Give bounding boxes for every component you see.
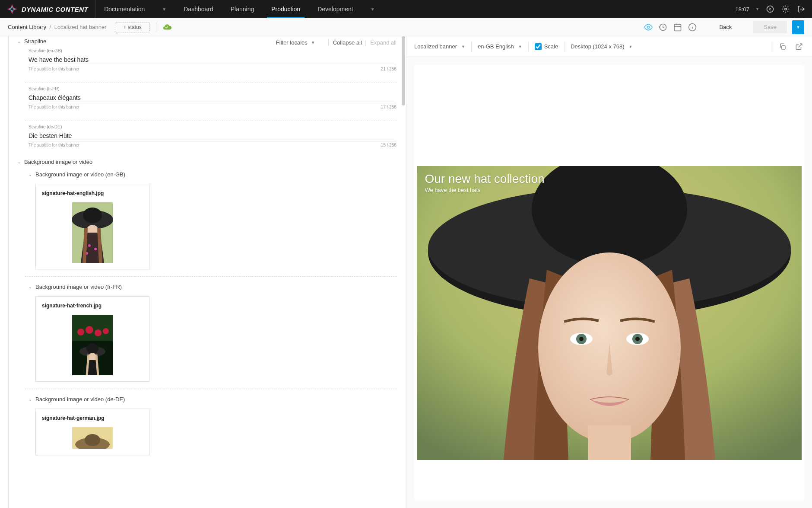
- banner-text-overlay: Our new hat collection We have the best …: [425, 172, 545, 193]
- strapline-input-en[interactable]: [29, 54, 396, 65]
- field-help: The subtitle for this banner: [29, 67, 79, 71]
- cloud-sync-icon[interactable]: [162, 22, 172, 32]
- copy-icon[interactable]: [777, 42, 788, 52]
- chevron-down-icon: ⌄: [17, 39, 21, 44]
- help-icon[interactable]: [765, 4, 775, 14]
- strapline-field-de: Strapline (de-DE) The subtitle for this …: [8, 125, 406, 155]
- chevron-down-icon[interactable]: ▼: [311, 40, 315, 45]
- media-card-fr[interactable]: signature-hat-french.jpg: [35, 296, 149, 382]
- locale-label: en-GB English: [478, 43, 514, 50]
- field-help: The subtitle for this banner: [29, 143, 79, 147]
- nav-documentation[interactable]: Documentation ▼: [95, 6, 175, 13]
- filter-locales-label[interactable]: Filter locales: [276, 39, 308, 46]
- chevron-down-icon: ⌄: [29, 397, 32, 402]
- nav-planning[interactable]: Planning: [222, 0, 263, 18]
- top-nav: DYNAMIC CONTENT Documentation ▼ Dashboar…: [0, 0, 812, 18]
- gear-icon[interactable]: [781, 4, 790, 14]
- clock: 18:07: [736, 6, 750, 13]
- divider: [564, 42, 565, 51]
- logout-icon[interactable]: [796, 4, 806, 14]
- subsection-bg-fr[interactable]: ⌄ Background image or video (fr-FR): [8, 280, 406, 294]
- media-thumbnail: [72, 202, 113, 263]
- dotted-separator: [25, 83, 396, 83]
- save-button[interactable]: Save: [753, 21, 787, 33]
- subsection-bg-de[interactable]: ⌄ Background image or video (de-DE): [8, 393, 406, 406]
- back-button[interactable]: Back: [709, 21, 742, 33]
- content-type-label: Localized banner: [414, 43, 457, 50]
- history-icon[interactable]: [658, 22, 668, 32]
- content-type-select[interactable]: Localized banner▼: [414, 43, 465, 50]
- divider: [328, 39, 329, 46]
- divider: [156, 22, 156, 32]
- scale-checkbox-input[interactable]: [535, 43, 542, 50]
- svg-point-16: [86, 326, 93, 334]
- chevron-down-icon: ⌄: [29, 284, 32, 289]
- media-card-en[interactable]: signature-hat-english.jpg: [35, 184, 149, 269]
- divider: [471, 42, 472, 51]
- editor-panel: ⌄ Strapline Filter locales ▼ Collapse al…: [0, 36, 406, 508]
- nav-production[interactable]: Production: [263, 0, 309, 18]
- chevron-down-icon: ▼: [629, 45, 633, 49]
- section-strapline[interactable]: ⌄ Strapline: [8, 36, 46, 45]
- svg-rect-25: [782, 45, 785, 49]
- chevron-down-icon: ▼: [461, 45, 465, 49]
- eye-icon[interactable]: [643, 22, 653, 32]
- calendar-icon[interactable]: [672, 22, 683, 32]
- expand-all-button[interactable]: Expand all: [370, 39, 396, 46]
- device-label: Desktop (1024 x 768): [571, 43, 624, 50]
- divider: [528, 42, 529, 51]
- svg-rect-4: [675, 24, 681, 31]
- subsection-bg-en[interactable]: ⌄ Background image or video (en-GB): [8, 168, 406, 181]
- media-card-de[interactable]: signature-hat-german.jpg: [35, 409, 149, 455]
- field-label: Strapline (de-DE): [29, 125, 396, 129]
- preview-panel: Localized banner▼ en-GB English▼ Scale D…: [406, 36, 812, 508]
- device-select[interactable]: Desktop (1024 x 768)▼: [571, 43, 632, 50]
- svg-point-8: [83, 208, 102, 223]
- external-link-icon[interactable]: [794, 42, 804, 52]
- svg-point-3: [647, 26, 650, 28]
- strapline-field-fr: Strapline (fr-FR) The subtitle for this …: [8, 86, 406, 117]
- logo-area: DYNAMIC CONTENT: [0, 0, 95, 18]
- chevron-down-icon: ▼: [518, 45, 522, 49]
- svg-point-2: [785, 8, 787, 10]
- chevron-down-icon: ▼: [371, 7, 375, 12]
- svg-point-24: [85, 434, 100, 446]
- nav-dashboard[interactable]: Dashboard: [175, 0, 222, 18]
- dotted-separator: [25, 276, 396, 277]
- svg-rect-31: [588, 425, 631, 460]
- info-icon[interactable]: [687, 22, 698, 32]
- svg-point-11: [94, 248, 97, 250]
- field-help: The subtitle for this banner: [29, 105, 79, 109]
- preview-toolbar: Localized banner▼ en-GB English▼ Scale D…: [406, 36, 812, 57]
- chevron-down-icon: ▼: [162, 7, 166, 12]
- strapline-input-de[interactable]: [29, 131, 396, 141]
- scale-checkbox[interactable]: Scale: [535, 43, 558, 50]
- nav-development[interactable]: Development: [309, 0, 362, 18]
- nav-more[interactable]: ▼: [362, 0, 384, 18]
- banner-preview: Our new hat collection We have the best …: [417, 166, 802, 460]
- chevron-down-icon[interactable]: ▼: [755, 7, 759, 11]
- svg-point-34: [579, 337, 584, 341]
- scale-label: Scale: [544, 43, 558, 50]
- media-thumbnail: [72, 427, 113, 449]
- save-dropdown-button[interactable]: ▼: [792, 20, 804, 34]
- main-split: ⌄ Strapline Filter locales ▼ Collapse al…: [0, 36, 812, 508]
- media-filename: signature-hat-french.jpg: [42, 303, 143, 309]
- svg-point-17: [95, 329, 102, 336]
- field-label: Strapline (en-GB): [29, 48, 396, 53]
- locale-select[interactable]: en-GB English▼: [478, 43, 522, 50]
- svg-point-20: [86, 343, 98, 354]
- toolbar-right: [771, 42, 804, 52]
- nav-right: 18:07 ▼: [736, 4, 812, 14]
- breadcrumb-root[interactable]: Content Library: [8, 24, 46, 30]
- field-label: Strapline (fr-FR): [29, 86, 396, 91]
- strapline-input-fr[interactable]: [29, 93, 396, 103]
- add-status-button[interactable]: + status: [115, 22, 149, 32]
- collapse-all-button[interactable]: Collapse all: [333, 39, 362, 46]
- divider: [771, 42, 771, 51]
- strapline-field-en: Strapline (en-GB) The subtitle for this …: [8, 48, 406, 79]
- section-background[interactable]: ⌄ Background image or video: [8, 155, 406, 168]
- banner-subtitle: We have the best hats: [425, 187, 545, 193]
- scrollbar[interactable]: [402, 36, 405, 105]
- pipe: |: [365, 39, 366, 46]
